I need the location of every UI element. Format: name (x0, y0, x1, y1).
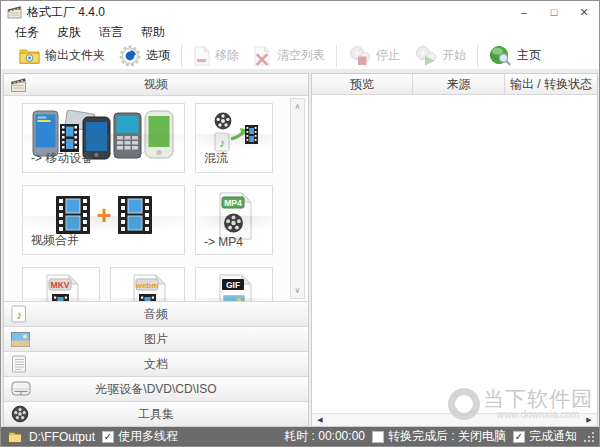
card-mobile-devices-label: -> 移动设备 (31, 150, 93, 167)
toolbar-separator (181, 45, 182, 67)
sidebar-scrollbar[interactable]: ∧ ∨ (290, 98, 305, 299)
task-table-header: 预览 来源 输出 / 转换状态 (312, 74, 597, 95)
card-video-merge-label: 视频合并 (31, 232, 79, 249)
toolbar-separator (336, 45, 337, 67)
card-to-mkv[interactable]: MKV (22, 267, 100, 301)
notify-option[interactable]: ✓ 完成通知 (513, 428, 577, 445)
clapperboard-icon (10, 76, 27, 93)
multithread-label: 使用多线程 (118, 428, 178, 445)
scroll-right-icon[interactable]: ▶ (583, 416, 595, 424)
card-mux-label: 混流 (204, 150, 228, 167)
svg-text:♪: ♪ (16, 308, 22, 322)
options-button[interactable]: 选项 (112, 43, 177, 69)
webm-file-icon: webm (111, 274, 184, 301)
maximize-button[interactable]: □ (539, 1, 569, 23)
task-list-panel: 预览 来源 输出 / 转换状态 当下软件园 www.downxia.com ◀ … (311, 73, 598, 427)
card-to-mp4[interactable]: MP4 -> MP4 (195, 185, 273, 255)
document-icon (11, 355, 27, 373)
clear-list-label: 清空列表 (277, 47, 325, 64)
shutdown-after-checkbox[interactable] (372, 431, 384, 443)
scroll-left-icon[interactable]: ◀ (314, 416, 326, 424)
sidebar-section-document-label: 文档 (144, 356, 168, 373)
toolbar: 输出文件夹 选项 移除 (1, 42, 599, 70)
output-folder-label: 输出文件夹 (45, 47, 105, 64)
home-globe-icon (489, 45, 512, 66)
elapsed-time: 耗时 : 00:00:00 (284, 428, 365, 445)
sidebar-section-video-label: 视频 (144, 76, 168, 93)
shutdown-after-label: 转换完成后 : 关闭电脑 (388, 428, 506, 445)
mkv-file-icon: MKV (23, 274, 99, 301)
card-to-mp4-label: -> MP4 (204, 235, 243, 249)
clear-list-button[interactable]: 清空列表 (246, 43, 332, 69)
gif-badge: GIF (226, 280, 240, 290)
clear-list-icon (253, 46, 272, 66)
scroll-up-icon[interactable]: ∧ (291, 99, 304, 114)
sidebar-section-video[interactable]: 视频 (4, 74, 308, 96)
gear-icon (119, 45, 141, 67)
multithread-option[interactable]: ✓ 使用多线程 (102, 428, 178, 445)
sidebar-section-document[interactable]: 文档 (4, 351, 308, 376)
main-area: 视频 (1, 70, 599, 427)
options-label: 选项 (146, 47, 170, 64)
notify-label: 完成通知 (529, 428, 577, 445)
stop-button[interactable]: 停止 (341, 43, 407, 69)
sidebar-section-toolset-label: 工具集 (138, 406, 174, 423)
menu-language[interactable]: 语言 (90, 24, 132, 41)
home-label: 主页 (517, 47, 541, 64)
card-video-merge[interactable]: + 视频合并 (22, 185, 185, 255)
shutdown-after-option[interactable]: 转换完成后 : 关闭电脑 (372, 428, 506, 445)
task-list-empty-area[interactable] (312, 95, 597, 413)
resize-grip[interactable] (584, 432, 595, 443)
toolbar-separator (477, 45, 478, 67)
audio-icon: ♪ (11, 305, 27, 323)
column-source[interactable]: 来源 (413, 74, 505, 94)
sidebar-section-audio[interactable]: ♪ 音频 (4, 301, 308, 326)
output-path[interactable]: D:\FFOutput (29, 430, 95, 444)
multithread-checkbox[interactable]: ✓ (102, 431, 114, 443)
column-output-status[interactable]: 输出 / 转换状态 (505, 74, 597, 94)
output-path-folder-icon (8, 431, 22, 443)
window-title: 格式工厂 4.4.0 (27, 4, 105, 21)
card-mux[interactable]: ♪ 混流 (195, 103, 273, 173)
window-controls: – □ ✕ (509, 1, 599, 23)
task-list-hscrollbar[interactable]: ◀ ▶ (312, 413, 597, 426)
titlebar: 格式工厂 4.4.0 – □ ✕ (1, 1, 599, 23)
picture-icon (11, 332, 30, 347)
mp4-badge: MP4 (224, 198, 242, 208)
menu-skin[interactable]: 皮肤 (48, 24, 90, 41)
sidebar-section-toolset[interactable]: 工具集 (4, 401, 308, 426)
card-mobile-devices[interactable]: -> 移动设备 (22, 103, 185, 173)
start-icon (414, 45, 437, 66)
folder-icon (19, 48, 40, 64)
sidebar-section-optical-label: 光驱设备\DVD\CD\ISO (95, 381, 216, 398)
sidebar-section-optical-dvd-cd-iso[interactable]: 光驱设备\DVD\CD\ISO (4, 376, 308, 401)
menu-tasks[interactable]: 任务 (6, 24, 48, 41)
menu-help[interactable]: 帮助 (132, 24, 174, 41)
remove-button[interactable]: 移除 (186, 43, 246, 69)
home-button[interactable]: 主页 (482, 43, 548, 69)
webm-badge: webm (134, 281, 158, 290)
app-logo-icon (7, 5, 22, 19)
video-formats-grid: -> 移动设备 ♪ (4, 96, 308, 301)
column-preview[interactable]: 预览 (312, 74, 413, 94)
sidebar-section-picture[interactable]: 图片 (4, 326, 308, 351)
scroll-down-icon[interactable]: ∨ (291, 283, 304, 298)
minimize-button[interactable]: – (509, 1, 539, 23)
format-sidebar: 视频 (3, 73, 309, 427)
close-button[interactable]: ✕ (569, 1, 599, 23)
menubar: 任务 皮肤 语言 帮助 (1, 23, 599, 42)
toolset-reel-icon (11, 405, 29, 423)
notify-checkbox[interactable]: ✓ (513, 431, 525, 443)
start-button[interactable]: 开始 (407, 43, 473, 69)
card-to-gif[interactable]: GIF (195, 267, 273, 301)
card-to-webm[interactable]: webm (110, 267, 185, 301)
sidebar-section-audio-label: 音频 (144, 306, 168, 323)
statusbar: D:\FFOutput ✓ 使用多线程 耗时 : 00:00:00 转换完成后 … (1, 427, 599, 446)
stop-label: 停止 (376, 47, 400, 64)
start-label: 开始 (442, 47, 466, 64)
gif-file-icon: GIF (196, 274, 272, 301)
mkv-badge: MKV (51, 280, 70, 290)
remove-label: 移除 (215, 47, 239, 64)
output-folder-button[interactable]: 输出文件夹 (12, 43, 112, 69)
app-window: 格式工厂 4.4.0 – □ ✕ 任务 皮肤 语言 帮助 输出文件夹 (0, 0, 600, 447)
